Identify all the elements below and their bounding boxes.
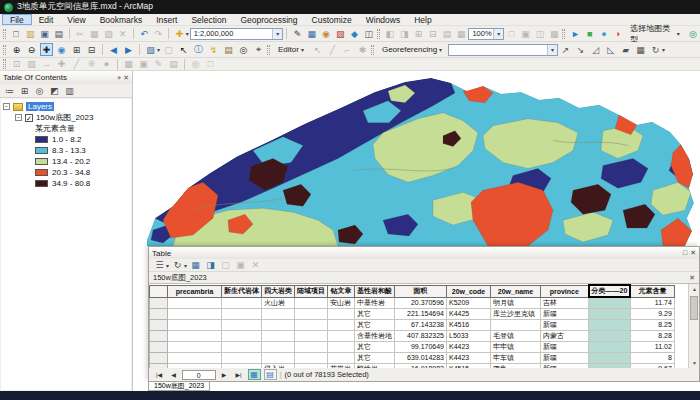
menu-file[interactable]: File [2, 14, 32, 25]
table-cell[interactable]: 其它 [355, 341, 395, 352]
collapse-icon[interactable]: − [15, 114, 22, 121]
georef-link-icon[interactable]: ↘ [574, 43, 587, 56]
table-cell[interactable]: 新疆 [541, 363, 589, 368]
topo-icon-2[interactable]: ▧ [25, 58, 38, 71]
layout-icon-3[interactable]: □ [505, 27, 517, 40]
table-cell[interactable] [168, 297, 222, 308]
legend-swatch[interactable] [35, 158, 48, 165]
table-cell[interactable]: K4423 [447, 352, 491, 363]
table-cell[interactable]: 其它 [355, 352, 395, 363]
table-cell[interactable]: 牢车镇 [491, 352, 541, 363]
table-cell[interactable]: 零售 [491, 363, 541, 368]
table-cell[interactable]: 8.25 [630, 319, 674, 330]
list-by-drawing-order-icon[interactable]: ≔ [3, 84, 16, 97]
table-cell[interactable] [589, 341, 631, 352]
add-data-icon[interactable]: ✚ [173, 27, 185, 40]
legend-item[interactable]: 13.4 - 20.2 [1, 156, 131, 167]
table-cell[interactable]: K4423 [447, 341, 491, 352]
table-cell[interactable] [491, 319, 541, 330]
map-scale-combo[interactable]: 1:2,000,000▾ [190, 28, 284, 40]
table-cell[interactable] [262, 319, 295, 330]
column-header[interactable]: 面积 [395, 285, 447, 297]
first-record-button[interactable]: |◀ [153, 370, 165, 379]
layout-icon-2[interactable]: ◨ [398, 27, 410, 40]
delete-selected-icon[interactable]: ✕ [249, 259, 262, 272]
table-cell[interactable] [222, 297, 262, 308]
table-cell[interactable]: 安山岩 [328, 297, 355, 308]
table-cell[interactable] [295, 297, 328, 308]
table-cell[interactable]: 67.143238 [395, 319, 447, 330]
topo-icon-6[interactable]: ※ [85, 58, 98, 71]
georeferencing-menu[interactable]: Georeferencing▾ [377, 43, 448, 56]
table-cell[interactable]: 花岗岩 [328, 363, 355, 368]
toolbar-grip[interactable] [3, 45, 6, 55]
table-cell[interactable] [168, 330, 222, 341]
chevron-down-icon[interactable]: ▾ [272, 29, 282, 39]
scroll-down-icon[interactable]: ▼ [689, 358, 699, 368]
table-cell[interactable] [222, 319, 262, 330]
arccatalog-icon[interactable]: ◉ [320, 27, 332, 40]
column-header[interactable]: province [541, 285, 589, 297]
back-extent-icon[interactable]: ◀ [107, 43, 120, 56]
table-cell[interactable] [222, 330, 262, 341]
pan-icon[interactable]: ✚ [40, 43, 53, 56]
menu-windows[interactable]: Windows [359, 14, 407, 25]
table-cell[interactable]: 639.014283 [395, 352, 447, 363]
table-cell[interactable]: 9.67 [630, 363, 674, 368]
table-cell[interactable]: 酸性岩 [355, 363, 395, 368]
related-tables-icon[interactable]: ↻ [171, 259, 184, 272]
table-cell[interactable]: 20.370596 [395, 297, 447, 308]
list-by-selection-icon[interactable]: ◩ [48, 84, 61, 97]
column-header[interactable]: 基性岩和酸 [355, 285, 395, 297]
switch-selection-icon[interactable]: ◨ [204, 259, 217, 272]
table-cell[interactable]: 其它 [355, 319, 395, 330]
toolbar-grip[interactable] [371, 45, 374, 55]
link-table-icon[interactable]: ▦ [634, 43, 647, 56]
arctoolbox-icon[interactable]: ▨ [334, 27, 346, 40]
column-header[interactable]: 新生代岩体 [222, 285, 262, 297]
fixed-zoom-in-icon[interactable]: ⊞ [70, 43, 83, 56]
table-cell[interactable] [295, 308, 328, 319]
table-cell[interactable]: K4515 [447, 363, 491, 368]
redo-icon[interactable]: ↷ [152, 27, 164, 40]
menu-geoprocessing[interactable]: Geoprocessing [233, 14, 304, 25]
table-cell[interactable]: 221.154694 [395, 308, 447, 319]
table-cell[interactable] [589, 330, 631, 341]
row-selector[interactable] [150, 363, 168, 368]
topo-icon-13[interactable]: □ [204, 58, 217, 71]
menu-insert[interactable]: Insert [149, 14, 184, 25]
table-cell[interactable]: 8 [630, 352, 674, 363]
show-all-records-button[interactable]: ▦ [248, 369, 261, 380]
table-cell[interactable]: K5209 [447, 297, 491, 308]
forward-extent-icon[interactable]: ▶ [122, 43, 135, 56]
pin-icon[interactable]: ⌖ [117, 74, 121, 82]
attribute-table-icon[interactable]: ▦ [306, 27, 318, 40]
zoom-page-in-icon[interactable]: ⊞ [412, 27, 424, 40]
undo-icon[interactable]: ↶ [138, 27, 150, 40]
chevron-down-icon[interactable]: ▾ [157, 46, 160, 53]
cut-icon[interactable]: ✂ [74, 27, 86, 40]
legend-swatch[interactable] [35, 169, 48, 176]
table-cell[interactable] [589, 308, 631, 319]
blue-play-icon[interactable]: ► [569, 27, 581, 40]
maximize-icon[interactable]: □ [683, 249, 687, 257]
snap-icon[interactable]: ✱ [356, 43, 369, 56]
topo-icon-7[interactable]: ● [100, 58, 113, 71]
toc-header[interactable]: Table Of Contents ⌖ ✕ [0, 71, 132, 84]
column-header[interactable]: 陆域项目 [295, 285, 328, 297]
green-badge-icon[interactable]: ■ [583, 27, 595, 40]
clear-table-selection-icon[interactable]: ▢ [219, 259, 232, 272]
table-cell[interactable]: K4425 [447, 308, 491, 319]
layers-label[interactable]: Layers [26, 102, 54, 111]
menu-view[interactable]: View [60, 14, 92, 25]
table-cell[interactable]: K4516 [447, 319, 491, 330]
table-cell[interactable]: 新疆 [541, 319, 589, 330]
chevron-down-icon[interactable]: ▾ [662, 46, 665, 53]
table-cell[interactable] [295, 319, 328, 330]
next-record-button[interactable]: ▶ [219, 370, 230, 379]
topo-icon-8[interactable]: ▦ [122, 58, 135, 71]
toolbar-grip[interactable] [3, 59, 6, 69]
prev-record-button[interactable]: ◀ [168, 370, 179, 379]
fixed-zoom-out-icon[interactable]: ⊟ [85, 43, 98, 56]
full-extent-icon[interactable]: ◉ [55, 43, 68, 56]
